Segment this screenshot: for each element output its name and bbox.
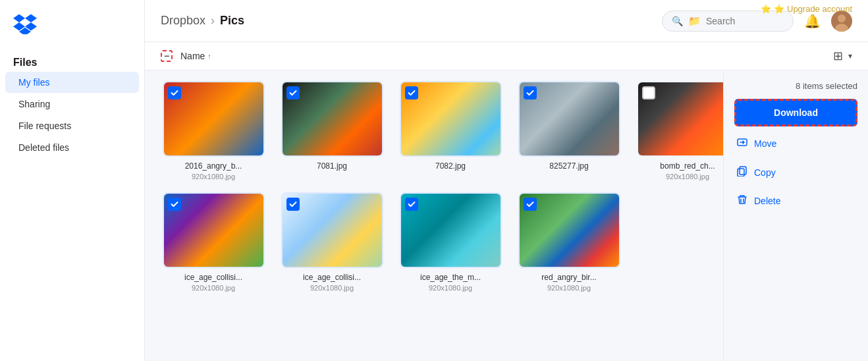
check-badge (405, 198, 418, 211)
search-folder-icon: 📁 (688, 15, 701, 27)
file-thumbnail (163, 192, 265, 268)
file-sub-name: 920x1080.jpg (660, 172, 715, 182)
move-action[interactable]: Move (734, 132, 857, 155)
file-item[interactable]: 825277.jpg (516, 81, 622, 182)
file-thumbnail (281, 192, 383, 268)
file-item[interactable]: red_angry_bir...920x1080.jpg (516, 192, 622, 293)
sidebar-item-deleted-files-label: Deleted files (18, 142, 69, 153)
svg-point-1 (838, 14, 846, 22)
delete-label: Delete (754, 196, 780, 206)
check-badge (405, 86, 418, 99)
sidebar-item-my-files[interactable]: My files (5, 72, 139, 93)
breadcrumb-root: Dropbox (161, 14, 205, 28)
file-name-label: red_angry_bir...920x1080.jpg (541, 272, 596, 293)
breadcrumb-separator: › (211, 14, 215, 28)
move-label: Move (754, 138, 776, 149)
svg-rect-5 (738, 169, 744, 177)
check-badge (168, 198, 181, 211)
upgrade-account-link[interactable]: ⭐ ⭐ Upgrade account (761, 4, 852, 14)
bell-icon[interactable]: 🔔 (804, 13, 821, 29)
svg-rect-4 (740, 167, 746, 175)
file-sub-name: 920x1080.jpg (541, 283, 596, 293)
search-input[interactable] (706, 16, 798, 26)
move-icon (737, 137, 747, 150)
name-label: Name (180, 51, 205, 61)
file-thumbnail (518, 81, 620, 157)
sidebar-item-deleted-files[interactable]: Deleted files (5, 137, 139, 158)
grid-view-icon[interactable]: ⊞ (833, 49, 843, 63)
copy-icon (737, 166, 747, 179)
file-name-label: 7082.jpg (435, 161, 466, 172)
items-selected-text: 8 items selected (734, 81, 857, 91)
check-badge-empty (642, 86, 655, 99)
download-button[interactable]: Download (734, 99, 857, 126)
sidebar-item-my-files-label: My files (18, 77, 49, 88)
file-thumbnail (518, 192, 620, 268)
select-all-checkbox[interactable] (161, 50, 173, 62)
file-sub-name: 920x1080.jpg (303, 283, 361, 293)
file-sub-name: 920x1080.jpg (185, 172, 242, 182)
sort-arrow-icon: ↑ (207, 52, 211, 60)
file-thumbnail (163, 81, 265, 157)
sidebar-item-sharing[interactable]: Sharing (5, 94, 139, 115)
file-name-label: 7081.jpg (317, 161, 347, 172)
sidebar-item-file-requests-label: File requests (18, 121, 71, 131)
search-icon: 🔍 (672, 16, 683, 26)
file-name-label: 2016_angry_b...920x1080.jpg (185, 161, 242, 182)
delete-icon (737, 194, 747, 207)
breadcrumb-current: Pics (220, 14, 244, 28)
dropbox-logo-icon (13, 11, 37, 34)
file-name-label: ice_age_collisi...920x1080.jpg (303, 272, 361, 293)
sidebar-item-file-requests[interactable]: File requests (5, 115, 139, 136)
file-item[interactable]: 7082.jpg (398, 81, 503, 182)
right-panel: 8 items selected Download Move Copy Dele… (723, 70, 868, 361)
file-thumbnail (400, 81, 502, 157)
toolbar-left: Name ↑ (161, 50, 211, 62)
file-item[interactable]: bomb_red_ch...920x1080.jpg (635, 81, 723, 182)
copy-action[interactable]: Copy (734, 161, 857, 184)
file-name-label: bomb_red_ch...920x1080.jpg (660, 161, 715, 182)
check-badge (168, 86, 181, 99)
file-name-label: ice_age_the_m...920x1080.jpg (420, 272, 481, 293)
main-area: ⭐ ⭐ Upgrade account Dropbox › Pics 🔍 📁 🔔 (145, 0, 868, 361)
copy-label: Copy (754, 167, 776, 178)
header: Dropbox › Pics 🔍 📁 🔔 (145, 0, 868, 42)
view-options-chevron[interactable]: ▾ (848, 51, 852, 61)
check-badge (286, 86, 300, 99)
file-item[interactable]: 7081.jpg (279, 81, 385, 182)
file-thumbnail (400, 192, 502, 268)
content-area: 2016_angry_b...920x1080.jpg 7081.jpg 708… (145, 70, 868, 361)
file-sub-name: 920x1080.jpg (184, 283, 242, 293)
files-section-title: Files (0, 50, 144, 71)
star-icon: ⭐ (761, 4, 771, 14)
file-thumbnail (637, 81, 724, 157)
check-badge (524, 86, 537, 99)
upgrade-account-label: ⭐ Upgrade account (774, 4, 852, 14)
sidebar-nav: Files My files Sharing File requests Del… (0, 45, 144, 164)
file-item[interactable]: ice_age_collisi...920x1080.jpg (161, 192, 266, 293)
file-name-label: ice_age_collisi...920x1080.jpg (184, 272, 242, 293)
breadcrumb: Dropbox › Pics (161, 14, 244, 28)
file-item[interactable]: ice_age_the_m...920x1080.jpg (398, 192, 503, 293)
file-name-label: 825277.jpg (549, 161, 588, 172)
delete-action[interactable]: Delete (734, 189, 857, 212)
check-badge (286, 198, 300, 211)
sidebar-item-sharing-label: Sharing (18, 99, 50, 109)
file-item[interactable]: ice_age_collisi...920x1080.jpg (279, 192, 385, 293)
file-sub-name: 920x1080.jpg (420, 283, 481, 293)
toolbar: Name ↑ ⊞ ▾ (145, 42, 868, 70)
sidebar: Files My files Sharing File requests Del… (0, 0, 145, 361)
dropbox-logo-area (0, 0, 144, 45)
file-thumbnail (281, 81, 383, 157)
file-grid: 2016_angry_b...920x1080.jpg 7081.jpg 708… (145, 70, 723, 361)
name-sort-button[interactable]: Name ↑ (180, 51, 211, 61)
file-item[interactable]: 2016_angry_b...920x1080.jpg (161, 81, 266, 182)
toolbar-right: ⊞ ▾ (833, 49, 852, 63)
check-badge (524, 198, 537, 211)
